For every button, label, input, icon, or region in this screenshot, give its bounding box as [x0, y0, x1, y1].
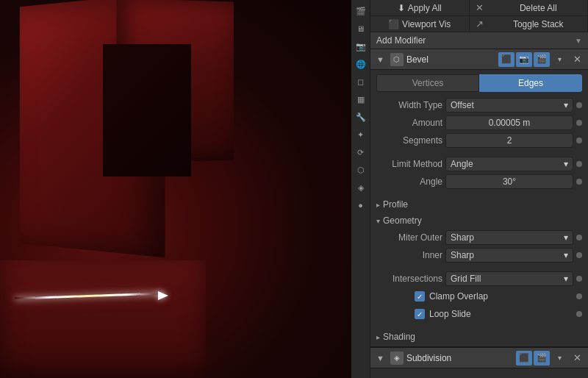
subdivision-render-btn[interactable]: 🎬: [534, 351, 550, 365]
profile-section-header[interactable]: ▸ Profile: [370, 196, 588, 213]
clamp-overlap-label: Clamp Overlap: [429, 291, 488, 302]
add-modifier-arrow-icon: ▼: [575, 37, 582, 45]
viewport: [0, 0, 351, 378]
subdivision-modifier-icon: ◈: [390, 352, 404, 365]
miter-outer-text: Sharp: [451, 232, 474, 243]
segments-input[interactable]: 2: [445, 133, 573, 148]
screen-icon: ⬛: [388, 19, 399, 29]
inner-dot[interactable]: [576, 252, 582, 258]
separator-3: [370, 264, 588, 270]
sidebar-icon-physics[interactable]: ⟳: [353, 144, 369, 160]
separator-1: [370, 149, 588, 155]
delete-all-btn[interactable]: Delete All: [490, 0, 589, 15]
subdivision-modifier-header: ▼ ◈ Subdivision ⬛ 🎬 ▾ ✕: [370, 347, 588, 368]
profile-arrow-icon: ▸: [376, 201, 380, 209]
bevel-realtime-btn[interactable]: ⬛: [498, 52, 514, 67]
sidebar-icon-world[interactable]: 🌐: [353, 56, 369, 72]
subdivision-collapse-btn[interactable]: ▼: [373, 352, 387, 364]
miter-outer-dropdown[interactable]: Sharp ▾: [445, 230, 573, 245]
bevel-render-btn[interactable]: 📷: [516, 52, 532, 67]
intersections-value: Grid Fill ▾: [445, 271, 573, 286]
inner-arrow-icon: ▾: [564, 250, 568, 260]
geometry-section-header[interactable]: ▾ Geometry: [370, 213, 588, 229]
toggle-stack-btn[interactable]: Toggle Stack: [490, 16, 589, 32]
angle-input[interactable]: 30°: [445, 174, 573, 189]
bevel-tab-edges[interactable]: Edges: [479, 74, 582, 92]
sidebar-icon-modifier[interactable]: 🔧: [353, 109, 369, 125]
bevel-modifier-icon: ⬡: [390, 53, 404, 66]
viewport-vis-extra[interactable]: ↗: [470, 18, 490, 29]
subdivision-realtime-btn[interactable]: ⬛: [516, 351, 532, 365]
width-type-dot[interactable]: [576, 102, 582, 108]
sidebar-icon-object[interactable]: ◻: [353, 74, 369, 90]
limit-method-text: Angle: [451, 159, 473, 169]
delete-all-close-btn[interactable]: ✕: [470, 2, 490, 13]
intersections-row: Intersections Grid Fill ▾: [370, 270, 588, 288]
bevel-tab-vertices[interactable]: Vertices: [376, 74, 479, 92]
sidebar-icon-particles[interactable]: ✦: [353, 126, 369, 143]
limit-method-row: Limit Method Angle ▾: [370, 155, 588, 173]
segments-text: 2: [507, 135, 512, 146]
inner-dropdown[interactable]: Sharp ▾: [445, 248, 573, 263]
bevel-close-btn[interactable]: ✕: [569, 52, 585, 67]
geometry-arrow-icon: ▾: [376, 217, 380, 225]
clamp-overlap-checkbox[interactable]: ✓: [415, 291, 425, 302]
sidebar-icons-panel: 🎬 🖥 📷 🌐 ◻ ▦ 🔧 ✦ ⟳ ⬡ ◈ ●: [351, 0, 370, 378]
limit-method-label: Limit Method: [376, 159, 442, 169]
miter-outer-arrow-icon: ▾: [564, 232, 568, 243]
bevel-properties: Width Type Offset ▾ Amount 0.00005 m: [370, 95, 588, 346]
toggle-stack-label: Toggle Stack: [513, 19, 564, 29]
subdivision-close-btn[interactable]: ✕: [569, 351, 585, 365]
intersections-arrow-icon: ▾: [564, 274, 568, 284]
bevel-modifier-header: ▼ ⬡ Bevel ⬛ 📷 🎬 ▾ ✕: [370, 49, 588, 70]
limit-method-dropdown[interactable]: Angle ▾: [445, 157, 573, 171]
subdivision-dropdown-btn[interactable]: ▾: [551, 351, 567, 365]
sidebar-icon-scene[interactable]: 🎬: [353, 3, 369, 19]
angle-value: 30°: [445, 174, 573, 189]
inner-row: Inner Sharp ▾: [370, 246, 588, 264]
miter-outer-value: Sharp ▾: [445, 230, 573, 245]
modifier-toolbar: ⬇ Apply All ✕ Delete All ⬛ Viewport Vis …: [370, 0, 588, 32]
miter-outer-label: Miter Outer: [376, 232, 442, 243]
segments-value: 2: [445, 133, 573, 148]
add-modifier-label: Add Modifier: [376, 35, 575, 46]
separator-4: [370, 323, 588, 329]
sidebar-icon-mesh[interactable]: ▦: [353, 91, 369, 107]
loop-slide-dot[interactable]: [576, 311, 582, 317]
bevel-modifier-block: ▼ ⬡ Bevel ⬛ 📷 🎬 ▾ ✕ Vertices Edges Width…: [370, 49, 588, 347]
profile-section-label: Profile: [383, 199, 408, 210]
subdivision-modifier-block: ▼ ◈ Subdivision ⬛ 🎬 ▾ ✕: [370, 347, 588, 368]
shading-section-header[interactable]: ▸ Shading: [370, 329, 588, 345]
segments-dot[interactable]: [576, 138, 582, 143]
3d-dark-area: [103, 44, 191, 176]
angle-dot[interactable]: [576, 179, 582, 185]
clamp-overlap-dot[interactable]: [576, 293, 582, 299]
amount-input[interactable]: 0.00005 m: [445, 115, 573, 130]
apply-all-btn[interactable]: ⬇ Apply All: [370, 0, 470, 15]
bevel-modifier-name: Bevel: [406, 54, 495, 65]
add-modifier-dropdown[interactable]: Add Modifier ▼: [370, 32, 588, 49]
width-type-dropdown[interactable]: Offset ▾: [445, 98, 573, 113]
viewport-vis-btn[interactable]: ⬛ Viewport Vis: [370, 16, 470, 32]
width-type-label: Width Type: [376, 100, 442, 110]
intersections-dot[interactable]: [576, 276, 582, 282]
intersections-dropdown[interactable]: Grid Fill ▾: [445, 271, 573, 286]
bevel-dropdown-btn[interactable]: ▾: [551, 52, 567, 67]
sidebar-icon-constraints[interactable]: ⬡: [353, 162, 369, 178]
loop-slide-checkbox[interactable]: ✓: [415, 309, 425, 319]
inner-text: Sharp: [451, 250, 474, 260]
shading-arrow-icon: ▸: [376, 333, 380, 341]
bevel-viewport-btn[interactable]: 🎬: [534, 52, 550, 67]
sidebar-icon-camera[interactable]: 📷: [353, 38, 369, 54]
limit-method-value: Angle ▾: [445, 157, 573, 171]
segments-row: Segments 2: [370, 132, 588, 149]
bevel-mode-tabs: Vertices Edges: [370, 70, 588, 95]
miter-outer-dot[interactable]: [576, 235, 582, 240]
limit-method-dot[interactable]: [576, 161, 582, 167]
sidebar-icon-material[interactable]: ●: [353, 197, 369, 213]
bevel-collapse-btn[interactable]: ▼: [373, 54, 387, 65]
sidebar-icon-display[interactable]: 🖥: [353, 21, 369, 37]
amount-dot[interactable]: [576, 120, 582, 126]
geometry-section-label: Geometry: [383, 215, 422, 226]
sidebar-icon-data[interactable]: ◈: [353, 179, 369, 196]
